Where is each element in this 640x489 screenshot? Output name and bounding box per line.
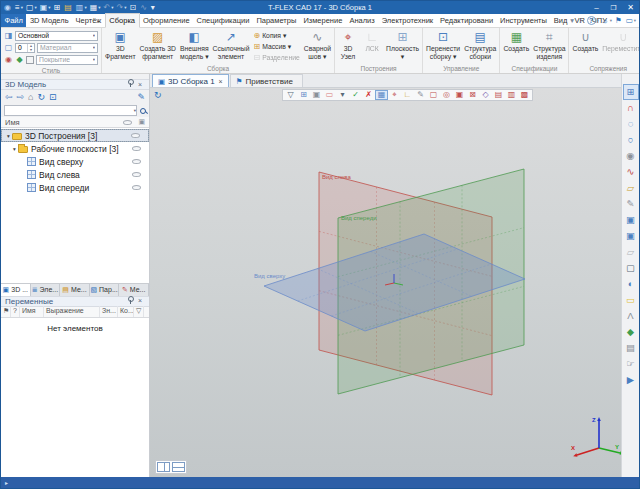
zoom-all-icon[interactable]: ◉	[623, 148, 639, 164]
move-assembly-button[interactable]: ⊡ Перенести сборку ▾	[424, 29, 462, 64]
create-3d-fragment-button[interactable]: ▨ Создать 3D фрагмент	[138, 29, 178, 64]
zoom-in-out-icon[interactable]: ○	[623, 132, 639, 148]
variables-column[interactable]: Выражение	[44, 306, 100, 317]
copy-button[interactable]: ⊕ Копия ▾	[253, 31, 299, 40]
variables-column[interactable]: ▽	[134, 306, 144, 317]
measure-tool-icon[interactable]: Λ	[623, 308, 639, 324]
back-icon[interactable]: ⇦	[5, 91, 13, 104]
ribbon-tab[interactable]: Сборка	[105, 13, 140, 28]
app-logo-icon[interactable]: ◉	[4, 1, 12, 14]
home-icon[interactable]: ⌂	[28, 91, 33, 104]
settings-gear-icon[interactable]: ☼ ▾	[602, 14, 612, 27]
preview-icon[interactable]: ⊡	[129, 1, 137, 14]
pages-column-icon[interactable]: ▣	[138, 118, 145, 126]
new-document-icon[interactable]: ▢ ▾	[26, 1, 37, 14]
ribbon-tab[interactable]: 3D Модель	[26, 14, 72, 27]
new-3d-document-icon[interactable]: ▣ ▾	[40, 1, 51, 14]
move-plane-icon[interactable]: ▱	[623, 180, 639, 196]
maximize-button[interactable]: ❒	[605, 1, 622, 14]
minimize-button[interactable]: –	[588, 1, 605, 14]
ribbon-tab[interactable]: Измерение	[300, 14, 346, 27]
column-name[interactable]: Имя	[5, 118, 20, 127]
shading-icon[interactable]: ◐	[623, 276, 639, 292]
visibility-icon[interactable]	[132, 185, 141, 190]
zoom-window-icon[interactable]: ◌	[623, 116, 639, 132]
main-menu-icon[interactable]: ≡ ▾	[15, 1, 23, 14]
move-mate-button[interactable]: ∪ Переместить	[600, 29, 639, 64]
split-vertical-button[interactable]	[157, 462, 170, 472]
display-icon[interactable]: ▭ ▾	[626, 14, 636, 27]
welcome-flag-icon[interactable]: ⚑	[615, 14, 623, 27]
measure-icon[interactable]: ∿	[140, 1, 148, 14]
separation-button[interactable]: ⊟ Разделение	[253, 53, 299, 62]
panel-tab-parameters[interactable]: ▧ Пар...	[90, 284, 120, 296]
material-color-icon[interactable]: ◆	[15, 55, 24, 64]
create-mate-button[interactable]: ∪ Создать	[570, 29, 600, 64]
forward-icon[interactable]: ⇨	[17, 91, 25, 104]
workplane-grid-icon[interactable]: ⊞	[623, 84, 639, 100]
variables-column[interactable]: Имя	[20, 306, 44, 317]
check-assembly-icon[interactable]: ▣	[623, 228, 639, 244]
selection-filter-icon[interactable]: ▽	[284, 90, 297, 100]
print-icon[interactable]: ▦ ▾	[90, 1, 101, 14]
panel-tab-menu[interactable]: ▤ Ме...	[60, 284, 90, 296]
ribbon-options-icon[interactable]: ▾	[570, 14, 575, 27]
visibility-column-icon[interactable]	[123, 120, 132, 125]
transform-icon[interactable]: ▶	[623, 372, 639, 388]
visibility-icon[interactable]	[132, 159, 141, 164]
search-icon[interactable]	[140, 108, 146, 114]
workplane-face-icon[interactable]: ▣	[453, 90, 466, 100]
assembly-structure-button[interactable]: ▤ Структура сборки	[462, 29, 498, 64]
save-document-icon[interactable]: ▥ ▾	[76, 1, 87, 14]
model-windows-icon[interactable]: ⊡	[49, 91, 57, 104]
workplane-standard-icon[interactable]: ▢	[427, 90, 440, 100]
ribbon-tab[interactable]: Чертёж	[72, 14, 105, 27]
search-field[interactable]: ▾	[4, 105, 137, 116]
coating-select[interactable]: Покрытие ▾	[36, 55, 98, 65]
grab-view-icon[interactable]: ☞	[623, 356, 639, 372]
workplane-fragment-icon[interactable]: ▩	[518, 90, 531, 100]
welcome-window-icon[interactable]: ⊞	[54, 1, 62, 14]
workplane-circle-icon[interactable]: ◎	[440, 90, 453, 100]
variables-column[interactable]: ⚑	[1, 306, 11, 317]
cancel-icon[interactable]: ✗	[362, 90, 375, 100]
style-select[interactable]: Основной ▾	[15, 31, 98, 41]
pin-icon[interactable]	[125, 296, 135, 307]
apply-icon[interactable]: ✓	[349, 90, 362, 100]
ribbon-tab[interactable]: Инструменты	[497, 14, 551, 27]
workplane-button[interactable]: ⊞ Плоскость ▾	[384, 29, 421, 64]
undo-icon[interactable]: ↶ ▾	[104, 1, 114, 14]
sketch-icon[interactable]: ✎	[414, 90, 427, 100]
product-structure-button[interactable]: ⌗ Структура изделия	[531, 29, 567, 64]
reference-element-button[interactable]: ↗ Ссылочный элемент	[211, 29, 252, 64]
ribbon-tab[interactable]: Анализ	[346, 14, 378, 27]
visibility-icon[interactable]	[132, 172, 141, 177]
pin-icon[interactable]	[125, 79, 135, 90]
close-panel-icon[interactable]: ×	[135, 296, 145, 306]
panel-tab-3d-model[interactable]: ▣ 3D ...	[1, 284, 31, 296]
external-model-button[interactable]: ◧ Внешняя модель ▾	[178, 29, 211, 64]
palette-icon[interactable]: ◉	[4, 55, 13, 64]
draw-on-workplane-icon[interactable]: ▦	[375, 90, 388, 100]
ribbon-tab[interactable]: Файл	[1, 14, 26, 27]
ribbon-tab[interactable]: Редактировани	[437, 14, 497, 27]
selection-rectangle-icon[interactable]: ▭	[323, 90, 336, 100]
panel-tab-elements[interactable]: ≣ Эле...	[31, 284, 61, 296]
expander-icon[interactable]: ▾	[11, 146, 18, 152]
ribbon-tab[interactable]: Электротехник	[378, 14, 436, 27]
expander-icon[interactable]: ▾	[5, 133, 12, 139]
workplane-sheet-icon[interactable]: ▤	[492, 90, 505, 100]
visibility-icon[interactable]	[131, 133, 140, 138]
ribbon-tab[interactable]: Оформление	[140, 14, 194, 27]
hide-planes-icon[interactable]: ▱	[623, 244, 639, 260]
refresh-icon[interactable]: ↻	[38, 91, 46, 104]
redo-icon[interactable]: ↷ ▾	[116, 1, 126, 14]
3d-fragment-button[interactable]: ▣ 3D Фрагмент	[103, 29, 138, 64]
variables-column[interactable]: Ко...	[118, 306, 134, 317]
regenerate-icon[interactable]: ↻	[154, 90, 162, 100]
3d-node-icon[interactable]: ⌖	[388, 90, 401, 100]
tree-item[interactable]: ▾ 3D Построения [3]	[1, 129, 149, 142]
variables-column[interactable]: Зн...	[100, 306, 118, 317]
tree-item[interactable]: Вид слева	[1, 168, 149, 181]
object-snap-magnet-icon[interactable]: ∩	[623, 100, 639, 116]
